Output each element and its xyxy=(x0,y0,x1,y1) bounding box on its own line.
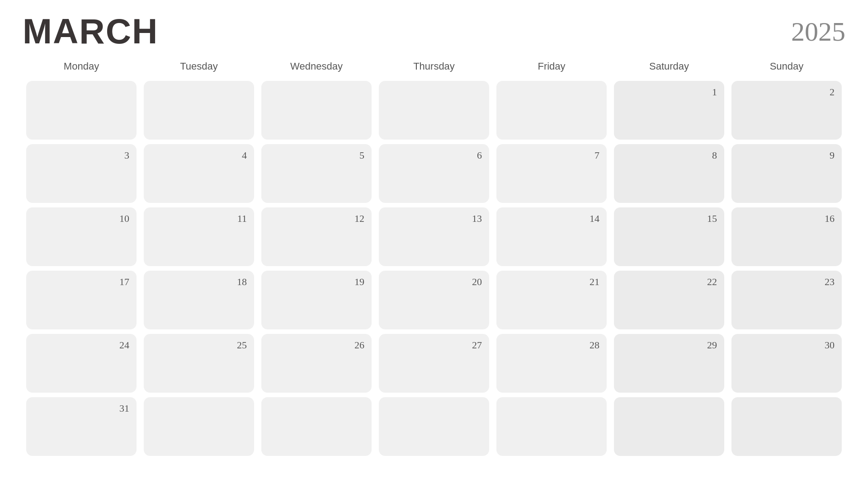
day-number: 30 xyxy=(825,339,835,351)
week-row-5: 24252627282930 xyxy=(23,332,845,395)
day-cell-14[interactable]: 14 xyxy=(496,207,607,266)
day-number: 12 xyxy=(354,213,364,225)
days-header-row: MondayTuesdayWednesdayThursdayFridaySatu… xyxy=(23,57,845,79)
day-number: 28 xyxy=(590,339,599,351)
day-number: 6 xyxy=(477,150,482,161)
day-cell-15[interactable]: 15 xyxy=(614,207,724,266)
day-header-wednesday: Wednesday xyxy=(258,57,375,79)
day-cell-empty[interactable] xyxy=(144,81,254,140)
day-number: 20 xyxy=(472,276,482,288)
day-cell-empty[interactable] xyxy=(731,397,842,456)
day-number: 15 xyxy=(707,213,717,225)
day-cell-19[interactable]: 19 xyxy=(261,271,372,329)
day-cell-24[interactable]: 24 xyxy=(26,334,137,393)
day-cell-empty[interactable] xyxy=(26,81,137,140)
week-row-6: 31 xyxy=(23,395,845,458)
week-row-4: 17181920212223 xyxy=(23,268,845,332)
day-number: 17 xyxy=(119,276,129,288)
day-number: 2 xyxy=(830,86,835,98)
day-number: 5 xyxy=(359,150,364,161)
day-number: 19 xyxy=(354,276,364,288)
day-cell-22[interactable]: 22 xyxy=(614,271,724,329)
day-cell-26[interactable]: 26 xyxy=(261,334,372,393)
week-row-1: 12 xyxy=(23,79,845,142)
day-cell-2[interactable]: 2 xyxy=(731,81,842,140)
day-header-tuesday: Tuesday xyxy=(140,57,258,79)
day-number: 16 xyxy=(825,213,835,225)
day-cell-empty[interactable] xyxy=(261,397,372,456)
day-number: 29 xyxy=(707,339,717,351)
day-cell-25[interactable]: 25 xyxy=(144,334,254,393)
day-number: 25 xyxy=(237,339,247,351)
calendar-header: March 2025 xyxy=(23,14,845,49)
day-cell-13[interactable]: 13 xyxy=(379,207,489,266)
day-number: 26 xyxy=(354,339,364,351)
day-number: 24 xyxy=(119,339,129,351)
month-title: March xyxy=(23,14,158,49)
day-cell-7[interactable]: 7 xyxy=(496,144,607,203)
day-number: 4 xyxy=(242,150,247,161)
day-number: 31 xyxy=(119,403,129,414)
day-number: 8 xyxy=(712,150,717,161)
day-cell-8[interactable]: 8 xyxy=(614,144,724,203)
day-cell-20[interactable]: 20 xyxy=(379,271,489,329)
day-cell-10[interactable]: 10 xyxy=(26,207,137,266)
day-header-monday: Monday xyxy=(23,57,140,79)
year-title: 2025 xyxy=(791,14,845,45)
day-cell-23[interactable]: 23 xyxy=(731,271,842,329)
day-header-friday: Friday xyxy=(493,57,610,79)
weeks-container: 1234567891011121314151617181920212223242… xyxy=(23,79,845,458)
day-cell-28[interactable]: 28 xyxy=(496,334,607,393)
week-row-3: 10111213141516 xyxy=(23,205,845,268)
day-cell-18[interactable]: 18 xyxy=(144,271,254,329)
day-cell-empty[interactable] xyxy=(496,397,607,456)
day-number: 10 xyxy=(119,213,129,225)
day-cell-17[interactable]: 17 xyxy=(26,271,137,329)
week-row-2: 3456789 xyxy=(23,142,845,205)
day-cell-11[interactable]: 11 xyxy=(144,207,254,266)
day-cell-empty[interactable] xyxy=(144,397,254,456)
calendar-container: MondayTuesdayWednesdayThursdayFridaySatu… xyxy=(23,57,845,458)
day-number: 11 xyxy=(237,213,247,225)
day-number: 22 xyxy=(707,276,717,288)
day-cell-12[interactable]: 12 xyxy=(261,207,372,266)
day-cell-31[interactable]: 31 xyxy=(26,397,137,456)
day-number: 18 xyxy=(237,276,247,288)
day-number: 7 xyxy=(594,150,599,161)
day-number: 13 xyxy=(472,213,482,225)
day-number: 27 xyxy=(472,339,482,351)
day-cell-1[interactable]: 1 xyxy=(614,81,724,140)
day-number: 9 xyxy=(830,150,835,161)
day-cell-9[interactable]: 9 xyxy=(731,144,842,203)
day-cell-empty[interactable] xyxy=(614,397,724,456)
day-cell-4[interactable]: 4 xyxy=(144,144,254,203)
day-number: 14 xyxy=(590,213,599,225)
day-cell-27[interactable]: 27 xyxy=(379,334,489,393)
day-number: 3 xyxy=(124,150,129,161)
day-cell-21[interactable]: 21 xyxy=(496,271,607,329)
day-number: 21 xyxy=(590,276,599,288)
day-cell-5[interactable]: 5 xyxy=(261,144,372,203)
day-cell-16[interactable]: 16 xyxy=(731,207,842,266)
day-number: 23 xyxy=(825,276,835,288)
day-cell-30[interactable]: 30 xyxy=(731,334,842,393)
day-cell-empty[interactable] xyxy=(261,81,372,140)
day-cell-empty[interactable] xyxy=(496,81,607,140)
day-cell-empty[interactable] xyxy=(379,81,489,140)
day-header-saturday: Saturday xyxy=(610,57,728,79)
day-header-thursday: Thursday xyxy=(375,57,493,79)
calendar-page: March 2025 MondayTuesdayWednesdayThursda… xyxy=(0,0,868,488)
day-cell-empty[interactable] xyxy=(379,397,489,456)
day-cell-3[interactable]: 3 xyxy=(26,144,137,203)
day-number: 1 xyxy=(712,86,717,98)
day-header-sunday: Sunday xyxy=(728,57,845,79)
day-cell-6[interactable]: 6 xyxy=(379,144,489,203)
day-cell-29[interactable]: 29 xyxy=(614,334,724,393)
